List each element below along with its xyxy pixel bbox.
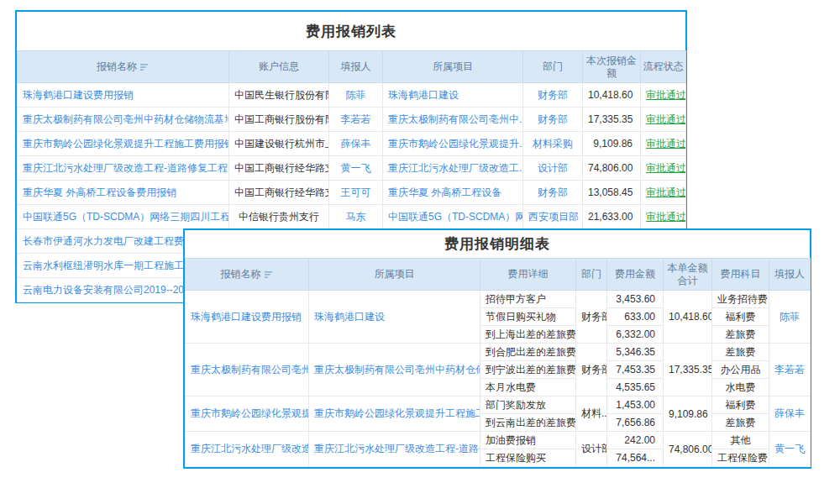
total-cell: 74,806.00 <box>664 432 712 467</box>
col-header-filler: 填报人 <box>329 51 383 83</box>
reimburse-name-link[interactable]: 重庆太极制药有限公司亳州中药材仓储物流基地项... <box>18 108 229 132</box>
col-header-status: 流程状态 <box>641 51 686 83</box>
detail-cell: 招待甲方客户 <box>480 291 576 308</box>
col-header-name[interactable]: 报销名称 <box>18 51 229 83</box>
col-header-filler: 填报人 <box>769 259 811 291</box>
reimburse-name-link[interactable]: 珠海鹤港口建设费用报销 <box>18 83 229 108</box>
table-row: 重庆市鹅岭公园绿化景观提升工程施工费用报销 中国建设银行杭州市上... 薛保丰 … <box>18 132 686 156</box>
filler-link[interactable]: 李若若 <box>769 344 811 396</box>
amount-cell: 5,346.35 <box>607 344 664 361</box>
project-link[interactable]: 重庆市鹅岭公园绿化景观提升工程施工 <box>309 396 480 432</box>
status-link[interactable]: 审批通过 <box>641 156 686 181</box>
table-row: 珠海鹤港口建设费用报销 珠海鹤港口建设 招待甲方客户 财务部 3,453.60 … <box>186 291 811 308</box>
project-link[interactable]: 中国联通5G（TD-SCDMA）网... <box>383 205 523 229</box>
detail-cell: 到合肥出差的差旅费 <box>480 344 576 361</box>
col-header-amount: 本次报销金额 <box>583 51 641 83</box>
account-cell: 中国工商银行经华路支行 <box>229 156 329 181</box>
filler-link[interactable]: 薛保丰 <box>329 132 383 156</box>
status-link[interactable]: 审批通过 <box>641 181 686 205</box>
account-cell: 中国建设银行杭州市上... <box>229 132 329 156</box>
project-link[interactable]: 重庆太极制药有限公司亳州中... <box>383 108 523 132</box>
reimburse-name-link[interactable]: 重庆市鹅岭公园绿化景观提升工程施工费用报销 <box>18 132 229 156</box>
subject-cell: 福利费 <box>712 396 769 414</box>
subject-cell: 差旅费 <box>712 414 769 432</box>
table-row: 重庆太极制药有限公司亳州中药材 重庆太极制药有限公司亳州中药材仓储物流 到合肥出… <box>186 344 811 361</box>
filler-link[interactable]: 薛保丰 <box>769 396 811 432</box>
table-row: 重庆江北污水处理厂级改造工程-道路修复工程费用... 中国工商银行经华路支行 黄… <box>18 156 686 181</box>
dept-link[interactable]: 财务部 <box>523 181 583 205</box>
filler-link[interactable]: 陈菲 <box>329 83 383 108</box>
dept-cell: 设计部 <box>576 432 607 467</box>
col-header-detail: 费用详细 <box>480 259 576 291</box>
dept-cell: 材料... <box>576 396 607 432</box>
col-header-amount: 费用金额 <box>607 259 664 291</box>
subject-cell: 工程保险费 <box>712 449 769 467</box>
dept-link[interactable]: 材料采购 <box>523 132 583 156</box>
reimburse-name-link[interactable]: 重庆江北污水处理厂级改造工程-道路修复工程费用... <box>18 156 229 181</box>
amount-cell: 1,453.00 <box>607 396 664 414</box>
expense-list-header-row: 报销名称 账户信息 填报人 所属项目 部门 本次报销金额 流程状态 <box>18 51 686 83</box>
dept-link[interactable]: 设计部 <box>523 156 583 181</box>
amount-cell: 17,335.35 <box>583 108 641 132</box>
amount-cell: 4,535.65 <box>607 379 664 396</box>
status-link[interactable]: 审批通过 <box>641 205 686 229</box>
col-header-name[interactable]: 报销名称 <box>186 259 309 291</box>
expense-detail-panel: 费用报销明细表 报销名称 所属项目 费用详细 部门 费用金额 本单金额合计 费用… <box>183 228 811 469</box>
status-link[interactable]: 审批通过 <box>641 83 686 108</box>
dept-cell: 财务部 <box>576 344 607 396</box>
dept-cell: 财务部 <box>576 291 607 344</box>
table-row: 重庆太极制药有限公司亳州中药材仓储物流基地项... 中国工商银行股份有限... … <box>18 108 686 132</box>
reimburse-name-link[interactable]: 重庆江北污水处理厂级改造工程- <box>186 432 309 467</box>
project-link[interactable]: 重庆江北污水处理厂级改造工... <box>383 156 523 181</box>
detail-cell: 本月水电费 <box>480 379 576 396</box>
subject-cell: 福利费 <box>712 308 769 326</box>
expense-list-title: 费用报销列表 <box>17 12 685 50</box>
total-cell: 10,418.60 <box>664 291 712 344</box>
filler-link[interactable]: 陈菲 <box>769 291 811 344</box>
amount-cell: 242.00 <box>607 432 664 449</box>
sort-icon[interactable] <box>265 270 274 279</box>
account-cell: 中信银行贵州支行 <box>229 205 329 229</box>
amount-cell: 6,332.00 <box>607 326 664 344</box>
dept-link[interactable]: 财务部 <box>523 83 583 108</box>
table-row: 重庆江北污水处理厂级改造工程- 重庆江北污水处理厂级改造工程-道路修复工 加油费… <box>186 432 811 449</box>
dept-link[interactable]: 财务部 <box>523 108 583 132</box>
col-header-name-label: 报销名称 <box>97 60 137 73</box>
amount-cell: 7,656.86 <box>607 414 664 432</box>
amount-cell: 633.00 <box>607 308 664 326</box>
detail-cell: 到云南出差的差旅费 <box>480 414 576 432</box>
col-header-subject: 费用科目 <box>712 259 769 291</box>
col-header-project: 所属项目 <box>309 259 480 291</box>
project-link[interactable]: 重庆太极制药有限公司亳州中药材仓储物流 <box>309 344 480 396</box>
amount-cell: 3,453.60 <box>607 291 664 308</box>
filler-link[interactable]: 王可可 <box>329 181 383 205</box>
reimburse-name-link[interactable]: 重庆华夏 外高桥工程设备费用报销 <box>18 181 229 205</box>
account-cell: 中国工商银行经华路支行 <box>229 181 329 205</box>
project-link[interactable]: 珠海鹤港口建设 <box>309 291 480 344</box>
dept-link[interactable]: 西安项目部 <box>523 205 583 229</box>
project-link[interactable]: 重庆市鹅岭公园绿化景观提升... <box>383 132 523 156</box>
filler-link[interactable]: 李若若 <box>329 108 383 132</box>
project-link[interactable]: 重庆江北污水处理厂级改造工程-道路修复工 <box>309 432 480 467</box>
filler-link[interactable]: 马东 <box>329 205 383 229</box>
total-cell: 17,335.35 <box>664 344 712 396</box>
col-header-dept: 部门 <box>523 51 583 83</box>
sort-icon[interactable] <box>140 63 150 71</box>
status-link[interactable]: 审批通过 <box>641 132 686 156</box>
col-header-account: 账户信息 <box>229 51 329 83</box>
status-link[interactable]: 审批通过 <box>641 108 686 132</box>
reimburse-name-link[interactable]: 中国联通5G（TD-SCDMA）网络三期四川工程费... <box>18 205 229 229</box>
project-link[interactable]: 珠海鹤港口建设 <box>383 83 523 108</box>
total-cell: 9,109.86 <box>664 396 712 432</box>
table-row: 珠海鹤港口建设费用报销 中国民生银行股份有限... 陈菲 珠海鹤港口建设 财务部… <box>18 83 686 108</box>
reimburse-name-link[interactable]: 重庆市鹅岭公园绿化景观提升工程 <box>186 396 309 432</box>
project-link[interactable]: 重庆华夏 外高桥工程设备 <box>383 181 523 205</box>
reimburse-name-link[interactable]: 重庆太极制药有限公司亳州中药材 <box>186 344 309 396</box>
reimburse-name-link[interactable]: 珠海鹤港口建设费用报销 <box>186 291 309 344</box>
filler-link[interactable]: 黄一飞 <box>769 432 811 467</box>
amount-cell: 10,418.60 <box>583 83 641 108</box>
detail-cell: 到上海出差的差旅费 <box>480 326 576 344</box>
filler-link[interactable]: 黄一飞 <box>329 156 383 181</box>
subject-cell: 业务招待费 <box>712 291 769 308</box>
col-header-total: 本单金额合计 <box>664 259 712 291</box>
